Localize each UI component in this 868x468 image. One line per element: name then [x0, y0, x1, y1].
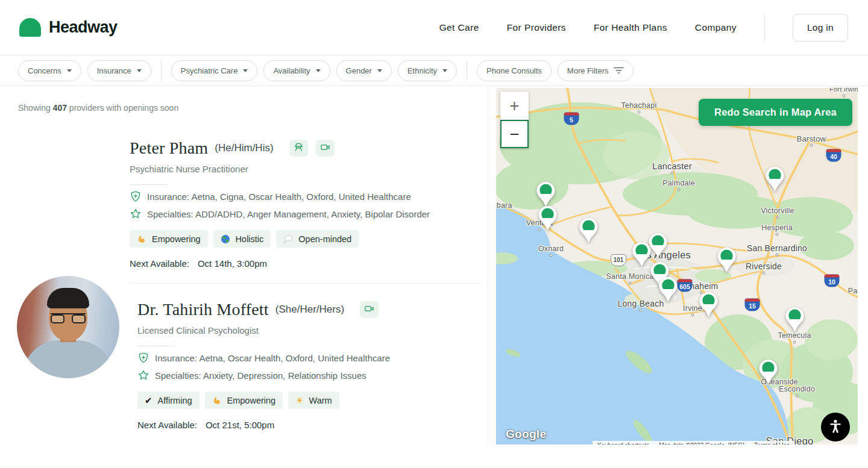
map-city-label: Barstow	[797, 134, 826, 143]
map-town-dot	[843, 95, 846, 98]
next-available-row: Next Available: Oct 21st, 5:00pm	[137, 420, 487, 430]
map-zoom-controls: + −	[500, 92, 529, 148]
next-available-label: Next Available:	[130, 258, 189, 269]
personality-badges: ✔ Affirming Empowering ☀ Warm	[137, 392, 487, 409]
filter-bar: Concerns Insurance Psychiatric Care Avai…	[0, 56, 868, 86]
map-city-label: Palmdale	[662, 179, 695, 187]
shield-plus-icon	[137, 352, 149, 364]
map-town-dot	[763, 272, 766, 275]
insurance-text: Insurance: Aetna, Cigna, Oscar Health, O…	[147, 192, 411, 202]
map-town-dot	[776, 233, 779, 236]
map-data-text: Map data ©2023 Google, INEGI	[654, 441, 749, 445]
insurance-text: Insurance: Aetna, Oscar Health, Oxford, …	[155, 353, 390, 363]
filter-psychiatric-care[interactable]: Psychiatric Care	[171, 60, 258, 81]
keyboard-shortcuts-link[interactable]: Keyboard shortcuts	[593, 441, 654, 445]
map-town-dot	[638, 111, 641, 114]
redo-search-button[interactable]: Redo Search in Map Area	[699, 99, 852, 126]
chevron-down-icon	[137, 69, 142, 72]
map-town-dot	[691, 314, 694, 317]
next-available-value: Oct 14th, 3:00pm	[198, 258, 267, 269]
filter-availability[interactable]: Availability	[263, 60, 330, 81]
check-icon: ✔	[145, 396, 153, 405]
main-nav: Get Care For Providers For Health Plans …	[439, 14, 848, 42]
filter-insurance[interactable]: Insurance	[87, 60, 151, 81]
map-city-label: Long Beach	[618, 299, 664, 308]
provider-name: Peter Pham	[130, 139, 208, 158]
results-count-note: Showing 407 providers with openings soon	[18, 103, 178, 113]
badge-affirming: ✔ Affirming	[137, 392, 200, 409]
provider-pronouns: (She/Her/Hers)	[275, 304, 344, 316]
filter-phone-consults[interactable]: Phone Consults	[477, 60, 552, 81]
filter-ethnicity[interactable]: Ethnicity	[398, 60, 457, 81]
highway-shield: 101	[611, 254, 626, 266]
map-town-dot	[678, 189, 681, 192]
map-town-dot	[776, 254, 779, 257]
specialties-row: Specialties: Anxiety, Depression, Relati…	[137, 369, 487, 381]
map-city-label: Santa Monica	[606, 272, 654, 281]
badge-open-minded: Open-minded	[276, 230, 359, 248]
map-panel[interactable]: Santa BarbaraVenturaOxnardTehachapiFort …	[496, 88, 858, 445]
shield-plus-icon	[130, 190, 142, 202]
map-city-label: Victorville	[761, 207, 794, 215]
thought-balloon-icon	[283, 234, 293, 244]
nav-for-providers[interactable]: For Providers	[507, 22, 566, 33]
map-pin[interactable]	[765, 166, 785, 195]
map-city-label: Fort Irwin	[829, 88, 858, 93]
provider-card[interactable]: Dr. Tahirih Moffett (She/Her/Hers) Licen…	[0, 296, 488, 447]
terms-of-use-link[interactable]: Terms of Use	[749, 441, 794, 445]
specialties-text: Specialties: ADD/ADHD, Anger Management,…	[147, 209, 430, 219]
next-available-label: Next Available:	[137, 420, 197, 430]
highway-shield: 15	[745, 299, 760, 311]
video-camera-icon	[319, 142, 331, 155]
filter-gender[interactable]: Gender	[336, 60, 392, 81]
video-session-chip	[316, 140, 335, 157]
chevron-down-icon	[243, 69, 248, 72]
map-city-label: Lancaster	[652, 161, 691, 171]
map-city-label: Riverside	[746, 261, 782, 271]
filter-more-filters[interactable]: More Filters	[558, 60, 634, 81]
map-pin[interactable]	[699, 292, 719, 320]
filter-concerns[interactable]: Concerns	[18, 60, 81, 81]
provider-title: Psychiatric Nurse Practitioner	[130, 164, 485, 174]
google-logo[interactable]: Google	[506, 428, 546, 441]
filter-lines-icon	[614, 66, 624, 75]
headway-logo[interactable]: Headway	[19, 18, 118, 37]
map-pin[interactable]	[658, 276, 678, 305]
provider-pronouns: (He/Him/His)	[215, 142, 273, 154]
chevron-down-icon	[316, 69, 321, 72]
badge-holistic: Holistic	[213, 230, 271, 248]
map-pin[interactable]	[579, 217, 599, 246]
accessibility-button[interactable]	[821, 413, 850, 441]
map-pin[interactable]	[785, 307, 805, 335]
next-available-value: Oct 21st, 5:00pm	[206, 420, 274, 430]
nav-for-health-plans[interactable]: For Health Plans	[594, 22, 667, 33]
map-city-label: San Bernardino	[747, 243, 807, 253]
zoom-out-button[interactable]: −	[500, 120, 529, 148]
map-pin[interactable]	[632, 242, 652, 270]
specialties-text: Specialties: Anxiety, Depression, Relati…	[155, 370, 366, 381]
map-town-dot	[776, 216, 779, 219]
nav-get-care[interactable]: Get Care	[439, 22, 479, 33]
map-pin[interactable]	[538, 205, 558, 234]
nav-company[interactable]: Company	[695, 22, 737, 33]
map-city-label: Hesperia	[761, 223, 793, 232]
login-button[interactable]: Log in	[793, 14, 848, 42]
map-town-dot	[629, 282, 632, 285]
map-pin[interactable]	[717, 247, 737, 276]
personality-badges: Empowering Holistic	[130, 230, 485, 248]
highway-shield: 5	[564, 113, 579, 125]
zoom-in-button[interactable]: +	[500, 92, 529, 120]
badge-empowering: Empowering	[205, 392, 283, 409]
filter-group-divider	[161, 61, 162, 81]
highway-shield: 10	[825, 275, 840, 287]
map-attribution: Keyboard shortcuts Map data ©2023 Google…	[593, 441, 794, 445]
provider-card[interactable]: Peter Pham (He/Him/His)	[0, 136, 488, 280]
badge-warm: ☀ Warm	[288, 392, 339, 409]
chevron-down-icon	[377, 69, 382, 72]
next-available-row: Next Available: Oct 14th, 3:00pm	[130, 258, 485, 269]
map-pin[interactable]	[758, 359, 778, 388]
brand-name: Headway	[49, 18, 118, 37]
sun-icon: ☀	[295, 396, 303, 405]
card-separator	[130, 283, 482, 284]
map-town-dot	[796, 395, 799, 398]
